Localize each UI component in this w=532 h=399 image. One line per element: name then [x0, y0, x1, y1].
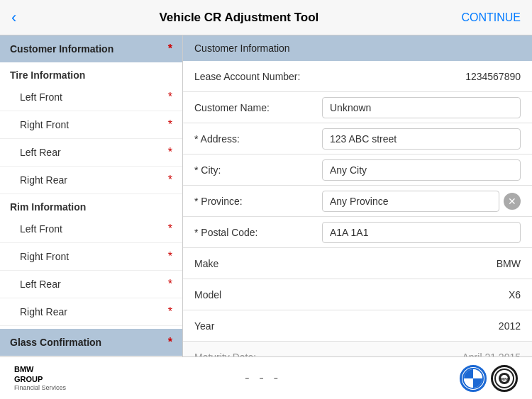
label-model: Model — [194, 289, 322, 300]
form-area: Lease Account Number: 1234567890 Custome… — [183, 61, 532, 356]
sidebar-item-tire-left-rear[interactable]: Left Rear * — [0, 139, 182, 167]
field-address: * Address: — [183, 123, 532, 154]
input-address[interactable] — [322, 128, 521, 150]
clear-province-button[interactable]: ✕ — [504, 193, 521, 210]
label-city: * City: — [194, 164, 322, 176]
label-postal-code: * Postal Code: — [194, 227, 322, 238]
bottom-bar: BMW GROUP Financial Services - - - MINI — [0, 356, 532, 399]
label-address: * Address: — [194, 133, 322, 145]
value-maturity-date: April 21 2015 — [322, 352, 521, 357]
sidebar-item-rim-right-rear[interactable]: Right Rear * — [0, 298, 182, 326]
content-section-header: Customer Information — [183, 35, 532, 61]
field-make: Make BMW — [183, 248, 532, 279]
sidebar-item-customer-information[interactable]: Customer Information * — [0, 35, 182, 62]
mini-logo-icon: MINI — [491, 365, 518, 392]
sidebar-customer-label: Customer Information — [10, 43, 113, 55]
field-postal-code: * Postal Code: — [183, 217, 532, 248]
glass-required-star: * — [168, 336, 172, 349]
field-model: Model X6 — [183, 279, 532, 310]
value-model: X6 — [322, 289, 521, 300]
svg-text:MINI: MINI — [501, 377, 509, 381]
label-customer-name: Customer Name: — [194, 102, 322, 113]
label-province: * Province: — [194, 196, 322, 207]
brand-logos: MINI — [460, 365, 518, 392]
sidebar-item-glass-confirmation[interactable]: Glass Confirmation * — [0, 329, 182, 356]
bmw-group-text-line2: GROUP — [14, 375, 66, 384]
value-make: BMW — [322, 258, 521, 269]
sidebar-tire-group: Tire Information — [0, 62, 182, 84]
field-customer-name: Customer Name: — [183, 92, 532, 123]
sidebar-glass-label: Glass Confirmation — [10, 337, 101, 348]
field-lease-account: Lease Account Number: 1234567890 — [183, 61, 532, 92]
main-content: Customer Information * Tire Information … — [0, 35, 532, 356]
label-year: Year — [194, 320, 322, 332]
field-province: * Province: ✕ — [183, 186, 532, 217]
sidebar-item-tire-right-rear[interactable]: Right Rear * — [0, 167, 182, 194]
sidebar: Customer Information * Tire Information … — [0, 35, 183, 356]
bmw-group-text-line3: Financial Services — [14, 384, 66, 391]
input-province[interactable] — [322, 191, 499, 212]
bmw-group-text-line1: BMW — [14, 365, 66, 374]
value-lease-account: 1234567890 — [322, 71, 521, 82]
field-city: * City: — [183, 154, 532, 186]
label-make: Make — [194, 258, 322, 269]
bmw-group-logo: BMW GROUP Financial Services — [14, 365, 66, 390]
field-maturity-date: Maturity Date: April 21 2015 — [183, 342, 532, 356]
pagination-dots: - - - — [245, 370, 281, 386]
sidebar-item-tire-left-front[interactable]: Left Front * — [0, 84, 182, 111]
sidebar-item-tire-right-front[interactable]: Right Front * — [0, 111, 182, 139]
input-postal-code[interactable] — [322, 222, 521, 243]
input-customer-name[interactable] — [322, 97, 521, 118]
sidebar-item-rim-left-front[interactable]: Left Front * — [0, 215, 182, 243]
label-lease-account: Lease Account Number: — [194, 71, 322, 82]
sidebar-item-rim-left-rear[interactable]: Left Rear * — [0, 271, 182, 298]
field-year: Year 2012 — [183, 310, 532, 342]
customer-required-star: * — [168, 43, 172, 55]
bmw-logo-icon — [460, 365, 487, 392]
content-area: Customer Information Lease Account Numbe… — [183, 35, 532, 356]
sidebar-item-rim-right-front[interactable]: Right Front * — [0, 243, 182, 271]
label-maturity-date: Maturity Date: — [194, 352, 322, 357]
back-button[interactable]: ‹ — [11, 9, 16, 27]
header: ‹ Vehicle CR Adjustment Tool CONTINUE — [0, 0, 532, 35]
sidebar-rim-group: Rim Information — [0, 194, 182, 215]
page-title: Vehicle CR Adjustment Tool — [159, 11, 318, 25]
input-city[interactable] — [322, 159, 521, 181]
province-select-row: ✕ — [322, 191, 521, 212]
value-year: 2012 — [322, 320, 521, 332]
continue-button[interactable]: CONTINUE — [461, 11, 521, 24]
